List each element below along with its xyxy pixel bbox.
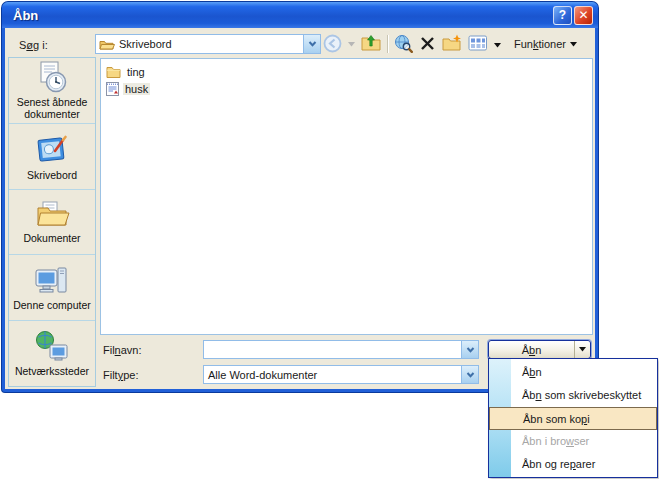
views-grid-icon [468,34,488,52]
documents-folder-icon [34,199,70,229]
chevron-down-icon [494,43,501,48]
back-button [323,34,342,55]
file-item-ting[interactable]: ting [104,63,589,80]
file-item-husk[interactable]: husk [104,80,589,97]
open-dialog-screen: Åbn ? ✕ Søg i: Skrivebord [0,0,659,479]
filename-dropdown-arrow[interactable] [461,341,478,358]
new-folder-icon [442,34,462,52]
places-bar: Senest åbnede dokumenter Skrivebord [8,57,96,387]
open-split-button[interactable]: Åbn [488,340,591,359]
delete-x-icon [419,35,436,52]
chevron-down-icon [570,42,577,47]
desktop-icon [34,132,70,166]
look-in-combobox[interactable]: Skrivebord [95,34,321,54]
look-in-value: Skrivebord [119,38,172,50]
filetype-value: Alle Word-dokumenter [208,369,317,381]
place-network-places[interactable]: Netværkssteder [9,321,95,386]
chevron-down-icon [466,372,475,378]
place-label: Dokumenter [23,232,80,244]
filetype-combobox[interactable]: Alle Word-dokumenter [203,365,479,384]
open-folder-icon [99,38,115,51]
menu-item-aabn-i-browser: Åbn i browser [489,430,657,453]
place-label: Netværkssteder [15,365,89,377]
my-computer-icon [34,264,70,296]
back-arrow-icon [323,34,342,53]
filetype-label: Filtype: [103,369,138,381]
network-places-icon [34,330,70,362]
filename-input[interactable] [208,341,461,358]
open-dialog-window: Åbn ? ✕ Søg i: Skrivebord [2,2,598,392]
place-desktop[interactable]: Skrivebord [9,124,95,190]
open-button[interactable]: Åbn [489,341,574,358]
menu-item-aabn-og-reparer[interactable]: Åbn og reparer [489,453,657,476]
tools-menu-button[interactable]: Funktioner [511,36,580,52]
filetype-dropdown-arrow[interactable] [461,366,478,383]
tools-menu-label: Funktioner [514,38,566,50]
views-dropdown-arrow[interactable] [494,38,501,50]
chevron-down-icon [308,41,317,47]
up-one-level-button[interactable] [361,34,381,54]
search-the-web-button[interactable] [394,34,413,55]
open-options-menu: Åbn Åbn som skrivebeskyttet Åbn som kopi… [488,358,658,478]
word-document-icon [106,81,119,96]
file-name: ting [125,66,147,78]
file-list: ting husk [100,58,593,335]
place-label: Senest åbnede dokumenter [11,96,93,120]
open-button-dropdown-arrow[interactable] [574,341,590,358]
toolbar-separator [387,35,388,53]
folder-icon [106,66,121,78]
close-button[interactable]: ✕ [574,6,593,25]
back-history-arrow-icon [348,42,355,47]
create-new-folder-button[interactable] [442,34,462,54]
place-label: Denne computer [13,299,91,311]
dialog-body: Søg i: Skrivebord [5,28,595,389]
look-in-label: Søg i: [19,39,48,51]
web-search-icon [394,34,413,53]
title-bar[interactable]: Åbn ? ✕ [2,2,598,28]
views-button[interactable] [468,34,488,54]
chevron-down-icon [579,347,586,352]
look-in-dropdown-arrow[interactable] [303,35,320,53]
place-documents[interactable]: Dokumenter [9,190,95,256]
help-button[interactable]: ? [553,6,572,25]
chevron-down-icon [466,347,475,353]
menu-item-aabn-som-kopi[interactable]: Åbn som kopi [489,407,657,430]
menu-item-aabn[interactable]: Åbn [489,361,657,384]
up-folder-icon [361,34,381,52]
filename-label: Filnavn: [103,344,142,356]
place-label: Skrivebord [27,169,77,181]
recent-documents-icon [34,61,70,93]
delete-button[interactable] [419,35,436,54]
place-recent-documents[interactable]: Senest åbnede dokumenter [9,58,95,124]
place-my-computer[interactable]: Denne computer [9,255,95,321]
file-name: husk [123,83,150,95]
filename-combobox[interactable] [203,340,479,359]
window-title: Åbn [7,8,551,23]
toolbar: Funktioner [323,33,580,55]
menu-items: Åbn Åbn som skrivebeskyttet Åbn som kopi… [489,359,657,476]
menu-item-aabn-som-skrivebeskyttet[interactable]: Åbn som skrivebeskyttet [489,384,657,407]
